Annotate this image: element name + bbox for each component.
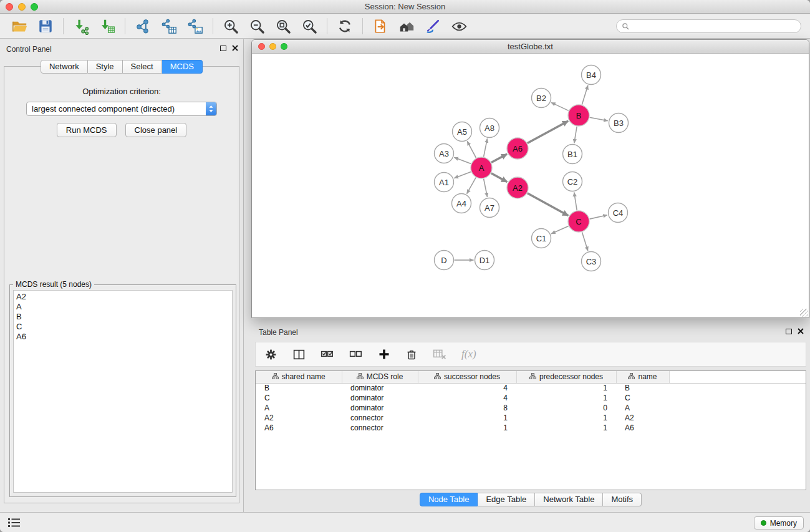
graph-edge-B-B1[interactable] xyxy=(574,127,577,143)
table-cell[interactable]: dominator xyxy=(342,393,418,403)
table-cell[interactable]: 1 xyxy=(516,393,616,403)
network-zoom-button[interactable] xyxy=(281,43,287,50)
table-cell[interactable]: connector xyxy=(342,423,418,433)
resize-grip[interactable] xyxy=(800,309,808,317)
zoom-window-button[interactable] xyxy=(31,3,38,11)
table-cell[interactable]: 1 xyxy=(418,413,516,423)
graph-edge-B-B3[interactable] xyxy=(590,117,608,121)
mcds-result-item[interactable]: A6 xyxy=(14,332,232,342)
table-close-panel-icon[interactable] xyxy=(798,328,804,334)
network-canvas[interactable]: B4B2BB3A5A8A6B1A3AA1C2A2A4A7CC4C1C3DD1 xyxy=(252,54,809,317)
graph-node-A5[interactable]: A5 xyxy=(453,122,472,142)
graph-edge-C-C4[interactable] xyxy=(590,215,607,219)
apply-style-button[interactable] xyxy=(420,16,446,37)
graph-edge-A-A3[interactable] xyxy=(454,157,471,163)
graph-edge-A-A8[interactable] xyxy=(484,138,488,157)
search-field[interactable] xyxy=(616,19,801,33)
show-column-button[interactable] xyxy=(292,348,306,361)
column-header[interactable]: successor nodes xyxy=(418,371,516,383)
graph-node-D[interactable]: D xyxy=(435,251,454,270)
run-mcds-button[interactable]: Run MCDS xyxy=(57,123,117,137)
open-document-button[interactable] xyxy=(367,16,393,37)
table-cell[interactable]: 1 xyxy=(516,423,616,433)
graph-edge-B-B4[interactable] xyxy=(582,85,588,105)
task-history-button[interactable] xyxy=(7,517,21,530)
table-row[interactable]: Cdominator41C xyxy=(256,393,806,403)
zoom-selected-button[interactable] xyxy=(296,16,322,37)
column-header[interactable]: predecessor nodes xyxy=(516,371,616,383)
table-cell[interactable]: connector xyxy=(342,413,418,423)
tab-style[interactable]: Style xyxy=(88,60,123,74)
table-cell[interactable]: 4 xyxy=(418,383,516,393)
table-cell[interactable]: A xyxy=(256,403,342,413)
mcds-result-item[interactable]: A2 xyxy=(14,292,232,302)
table-row[interactable]: Bdominator41B xyxy=(256,383,806,393)
table-row[interactable]: A2connector11A2 xyxy=(256,413,806,423)
graph-edge-C-C1[interactable] xyxy=(551,226,569,233)
graph-node-A8[interactable]: A8 xyxy=(480,118,499,138)
graph-node-A[interactable]: A xyxy=(471,157,492,178)
import-table-file-button[interactable] xyxy=(94,16,120,37)
table-cell[interactable]: B xyxy=(256,383,342,393)
graph-node-B1[interactable]: B1 xyxy=(563,145,582,164)
tab-motifs[interactable]: Motifs xyxy=(603,493,642,506)
column-header[interactable]: shared name xyxy=(256,371,342,383)
show-hide-button[interactable] xyxy=(446,16,472,37)
table-cell[interactable]: dominator xyxy=(342,403,418,413)
table-row[interactable]: Adominator80A xyxy=(256,403,806,413)
table-cell[interactable]: C xyxy=(616,393,669,403)
column-header[interactable]: name xyxy=(616,371,669,383)
network-close-button[interactable] xyxy=(258,43,265,50)
graph-node-C1[interactable]: C1 xyxy=(532,229,551,248)
tab-mcds[interactable]: MCDS xyxy=(162,60,203,74)
graph-edge-C-C3[interactable] xyxy=(582,232,587,251)
graph-node-D1[interactable]: D1 xyxy=(475,251,494,270)
graph-node-A7[interactable]: A7 xyxy=(480,198,499,218)
table-cell[interactable]: 0 xyxy=(516,403,616,413)
search-input[interactable] xyxy=(633,22,796,31)
tab-select[interactable]: Select xyxy=(123,60,162,74)
network-minimize-button[interactable] xyxy=(269,43,276,50)
graph-node-C2[interactable]: C2 xyxy=(563,172,582,191)
close-panel-button[interactable]: Close panel xyxy=(125,123,187,137)
network-image-button[interactable] xyxy=(182,16,208,37)
table-cell[interactable]: 1 xyxy=(418,423,516,433)
table-float-panel-icon[interactable] xyxy=(786,329,792,334)
open-session-button[interactable] xyxy=(6,16,32,37)
graph-edge-A-A4[interactable] xyxy=(467,178,476,194)
graph-edge-C-C2[interactable] xyxy=(574,192,577,210)
zoom-in-button[interactable] xyxy=(218,16,244,37)
tab-network[interactable]: Network xyxy=(41,60,88,74)
delete-table-button[interactable] xyxy=(433,347,446,361)
column-header[interactable]: MCDS role xyxy=(342,371,418,383)
table-cell[interactable]: A xyxy=(616,403,669,413)
network-window-titlebar[interactable]: testGlobe.txt xyxy=(252,40,809,54)
graph-node-C[interactable]: C xyxy=(568,211,589,232)
zoom-out-button[interactable] xyxy=(244,16,270,37)
graph-edge-A6-B[interactable] xyxy=(528,121,569,143)
graph-edge-A2-C[interactable] xyxy=(528,193,569,216)
graph-node-C3[interactable]: C3 xyxy=(582,252,601,271)
graph-node-A1[interactable]: A1 xyxy=(435,173,454,192)
graph-node-B3[interactable]: B3 xyxy=(609,114,629,133)
graph-node-C4[interactable]: C4 xyxy=(609,203,628,223)
table-cell[interactable]: C xyxy=(256,393,342,403)
table-cell[interactable]: 1 xyxy=(516,413,616,423)
deselect-all-button[interactable] xyxy=(349,347,363,361)
tab-edge-table[interactable]: Edge Table xyxy=(478,493,535,506)
graph-node-B4[interactable]: B4 xyxy=(582,65,601,85)
optimization-criterion-select[interactable]: largest connected component (directed) xyxy=(26,102,217,116)
graph-edge-A-A7[interactable] xyxy=(484,179,488,197)
graph-edge-B-B2[interactable] xyxy=(551,102,569,110)
home-button[interactable] xyxy=(393,16,420,37)
table-cell[interactable]: A6 xyxy=(256,423,342,433)
table-row[interactable]: A6connector11A6 xyxy=(256,423,806,433)
graph-node-B2[interactable]: B2 xyxy=(532,89,551,108)
mcds-result-item[interactable]: A xyxy=(14,302,232,312)
save-session-button[interactable] xyxy=(32,16,59,37)
import-network-file-button[interactable] xyxy=(68,16,94,37)
tab-network-table[interactable]: Network Table xyxy=(535,493,603,506)
function-builder-button[interactable]: f(x) xyxy=(461,348,476,360)
graph-node-A4[interactable]: A4 xyxy=(452,194,471,213)
float-panel-icon[interactable] xyxy=(220,46,226,51)
